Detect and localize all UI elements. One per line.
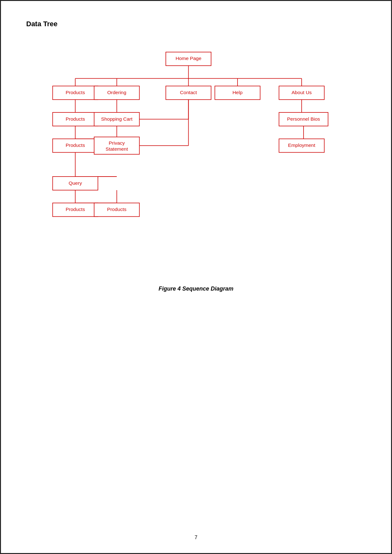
home-page-label: Home Page xyxy=(176,56,202,61)
privacy-statement-label2: Statement xyxy=(106,146,128,152)
diagram-container: .node-rect { fill: white; stroke: #cc000… xyxy=(26,41,366,276)
help-label: Help xyxy=(232,90,243,95)
ordering-label: Ordering xyxy=(107,90,126,95)
employment-label: Employment xyxy=(288,142,316,148)
query-label: Query xyxy=(69,180,82,186)
contact-label: Contact xyxy=(180,90,197,95)
privacy-statement-label: Privacy xyxy=(109,140,125,146)
figure-caption: Figure 4 Sequence Diagram xyxy=(26,286,366,292)
page-title: Data Tree xyxy=(26,20,366,28)
products5-label: Products xyxy=(107,207,126,212)
products4-label: Products xyxy=(66,207,85,212)
products1-label: Products xyxy=(66,90,85,95)
about-us-label: About Us xyxy=(292,90,312,95)
page-number: 7 xyxy=(195,535,197,540)
privacy-statement-node xyxy=(94,137,139,154)
tree-diagram: .node-rect { fill: white; stroke: #cc000… xyxy=(26,41,366,275)
page: Data Tree .node-rect { fill: white; stro… xyxy=(0,0,392,554)
products2-label: Products xyxy=(66,116,85,122)
products3-label: Products xyxy=(66,142,85,148)
shopping-cart-label: Shopping Cart xyxy=(101,116,133,122)
personnel-bios-label: Personnel Bios xyxy=(287,116,320,122)
